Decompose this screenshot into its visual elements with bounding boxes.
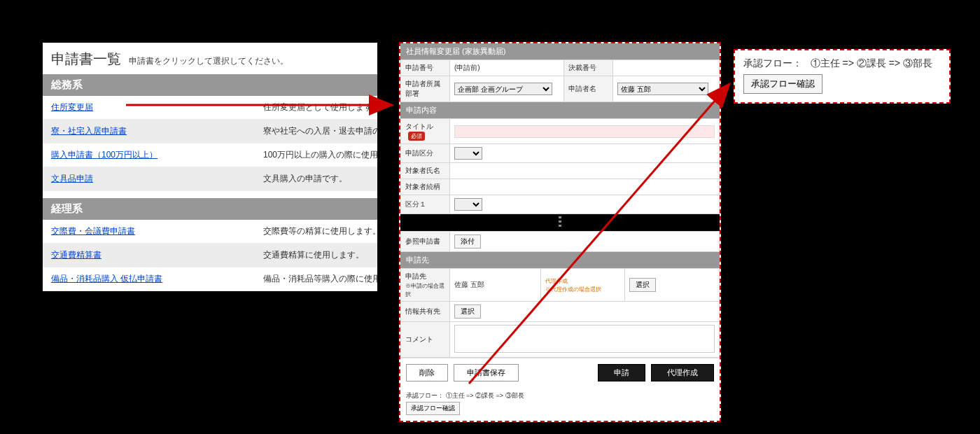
lbl-share: 情報共有先 bbox=[401, 302, 450, 322]
lbl-kubun: 申請区分 bbox=[401, 144, 450, 163]
select-kbn1[interactable] bbox=[454, 198, 482, 211]
list-row[interactable]: 文具品申請 文具購入の申請です。 bbox=[43, 167, 377, 191]
val-decision-no bbox=[612, 60, 719, 76]
lbl-dept: 申請者所属部署 bbox=[401, 76, 450, 102]
row-desc: 交際費等の精算に使用します。 bbox=[263, 220, 377, 243]
list-row[interactable]: 寮・社宅入居申請書 寮や社宅への入居・退去申請の際 bbox=[43, 120, 377, 144]
form-title: 社員情報変更届 (家族異動届) bbox=[400, 43, 720, 59]
section-gap bbox=[43, 191, 377, 198]
lbl-target-name: 対象者氏名 bbox=[401, 163, 450, 179]
link-address-change[interactable]: 住所変更届 bbox=[43, 96, 263, 119]
list-row[interactable]: 交際費・会議費申請書 交際費等の精算に使用します。 bbox=[43, 220, 377, 244]
row-desc: 交通費精算に使用します。 bbox=[263, 244, 377, 267]
lbl-relation: 対象者続柄 bbox=[401, 179, 450, 195]
link-dorm-application[interactable]: 寮・社宅入居申請書 bbox=[43, 120, 263, 143]
ref-table: 参照申請書 添付 bbox=[400, 231, 720, 252]
flow-label-zoom: 承認フロー： bbox=[743, 57, 802, 69]
input-title[interactable] bbox=[454, 125, 715, 138]
panel-approval-flow-zoom: 承認フロー： ①主任 => ②課長 => ③部長 承認フロー確認 bbox=[734, 49, 951, 104]
val-title bbox=[450, 119, 720, 144]
delete-button[interactable]: 削除 bbox=[406, 364, 448, 382]
submit-button[interactable]: 申請 bbox=[598, 364, 645, 382]
val-ref: 添付 bbox=[450, 232, 720, 252]
panel-application-list: 申請書一覧 申請書をクリックして選択してください。 総務系 住所変更届 住所変更… bbox=[42, 42, 378, 292]
panel1-subtitle: 申請書をクリックして選択してください。 bbox=[129, 56, 288, 66]
attach-button[interactable]: 添付 bbox=[454, 234, 481, 248]
lbl-dest-sub: ※申請の場合選択 bbox=[405, 283, 444, 298]
select-share-button[interactable]: 選択 bbox=[454, 304, 481, 318]
action-bar: 削除 申請書保存 申請 代理作成 bbox=[400, 358, 720, 387]
row-desc: 住所変更届として使用します。 bbox=[263, 96, 377, 119]
val-kubun bbox=[450, 144, 720, 163]
required-badge: 必須 bbox=[408, 132, 425, 141]
lbl-kbn1: 区分１ bbox=[401, 195, 450, 214]
panel1-header: 申請書一覧 申請書をクリックして選択してください。 bbox=[43, 43, 377, 74]
select-dept[interactable]: 企画部 企画グループ bbox=[454, 83, 552, 95]
row-desc: 備品・消耗品等購入の際に使用し bbox=[263, 267, 377, 290]
textarea-comment[interactable] bbox=[454, 325, 715, 353]
section-content: 申請内容 bbox=[400, 102, 720, 118]
lbl-ref: 参照申請書 bbox=[401, 232, 450, 252]
dest-note2: ※代理作成の場合選択 bbox=[545, 287, 601, 293]
content-table: タイトル 必須 申請区分 対象者氏名 対象者続柄 区分１ bbox=[400, 118, 720, 214]
link-purchase-100man[interactable]: 購入申請書（100万円以上） bbox=[43, 144, 263, 167]
dest-note1: 代理作成 bbox=[545, 279, 568, 285]
val-dest: 佐藤 五郎 bbox=[450, 269, 541, 302]
flow-text: ①主任 => ②課長 => ③部長 bbox=[446, 392, 524, 399]
val-dest-note: 代理作成 ※代理作成の場合選択 bbox=[541, 269, 625, 302]
flow-confirm-button-zoom[interactable]: 承認フロー確認 bbox=[743, 74, 822, 94]
flow-label: 承認フロー： bbox=[406, 392, 444, 399]
list-row[interactable]: 交通費精算書 交通費精算に使用します。 bbox=[43, 244, 377, 267]
val-kbn1 bbox=[450, 195, 720, 214]
lbl-title-text: タイトル bbox=[405, 122, 433, 130]
val-comment bbox=[450, 322, 720, 358]
section-destination: 申請先 bbox=[400, 252, 720, 268]
dest-name: 佐藤 五郎 bbox=[454, 280, 524, 290]
section-general-affairs: 総務系 bbox=[43, 74, 377, 96]
flow-confirm-button[interactable]: 承認フロー確認 bbox=[406, 402, 460, 415]
val-app-no: (申請前) bbox=[450, 60, 564, 76]
link-supplies-advance[interactable]: 備品・消耗品購入 仮払申請書 bbox=[43, 267, 263, 290]
list-row[interactable]: 購入申請書（100万円以上） 100万円以上の購入の際に使用す bbox=[43, 144, 377, 167]
link-stationery[interactable]: 文具品申請 bbox=[43, 167, 263, 190]
val-applicant: 佐藤 五郎 bbox=[612, 76, 719, 102]
link-entertainment-expense[interactable]: 交際費・会議費申請書 bbox=[43, 220, 263, 243]
val-target-name[interactable] bbox=[450, 163, 720, 179]
lbl-dest-text: 申請先 bbox=[405, 272, 426, 280]
lbl-comment: コメント bbox=[401, 322, 450, 358]
select-applicant[interactable]: 佐藤 五郎 bbox=[617, 83, 708, 95]
row-desc: 文具購入の申請です。 bbox=[263, 167, 377, 190]
form-gap bbox=[400, 214, 720, 231]
val-share: 選択 bbox=[450, 302, 720, 322]
dest-table: 申請先 ※申請の場合選択 佐藤 五郎 代理作成 ※代理作成の場合選択 選択 情報… bbox=[400, 268, 720, 358]
panel1-title: 申請書一覧 bbox=[51, 50, 121, 69]
lbl-decision-no: 決裁番号 bbox=[564, 60, 612, 76]
lbl-dest: 申請先 ※申請の場合選択 bbox=[401, 269, 450, 302]
lbl-app-no: 申請番号 bbox=[401, 60, 450, 76]
row-desc: 寮や社宅への入居・退去申請の際 bbox=[263, 120, 377, 143]
list-row[interactable]: 住所変更届 住所変更届として使用します。 bbox=[43, 96, 377, 120]
form-header-table: 申請番号 (申請前) 決裁番号 申請者所属部署 企画部 企画グループ 申請者名 … bbox=[400, 59, 720, 102]
proxy-create-button[interactable]: 代理作成 bbox=[651, 364, 714, 382]
save-draft-button[interactable]: 申請書保存 bbox=[454, 364, 519, 382]
select-kubun[interactable] bbox=[454, 147, 482, 160]
flow-line: 承認フロー： ①主任 => ②課長 => ③部長 bbox=[743, 57, 941, 70]
select-dest-button[interactable]: 選択 bbox=[629, 278, 656, 292]
panel-application-form: 社員情報変更届 (家族異動届) 申請番号 (申請前) 決裁番号 申請者所属部署 … bbox=[399, 42, 721, 422]
lbl-applicant: 申請者名 bbox=[564, 76, 612, 102]
row-desc: 100万円以上の購入の際に使用す bbox=[263, 144, 377, 167]
section-accounting: 経理系 bbox=[43, 198, 377, 220]
lbl-title: タイトル 必須 bbox=[401, 119, 450, 144]
val-dept: 企画部 企画グループ bbox=[450, 76, 564, 102]
val-relation[interactable] bbox=[450, 179, 720, 195]
val-dest-btn: 選択 bbox=[625, 269, 720, 302]
link-transport-expense[interactable]: 交通費精算書 bbox=[43, 244, 263, 267]
approval-flow-footer: 承認フロー： ①主任 => ②課長 => ③部長 承認フロー確認 bbox=[400, 387, 720, 421]
list-row[interactable]: 備品・消耗品購入 仮払申請書 備品・消耗品等購入の際に使用し bbox=[43, 267, 377, 291]
flow-text-zoom: ①主任 => ②課長 => ③部長 bbox=[811, 57, 932, 69]
